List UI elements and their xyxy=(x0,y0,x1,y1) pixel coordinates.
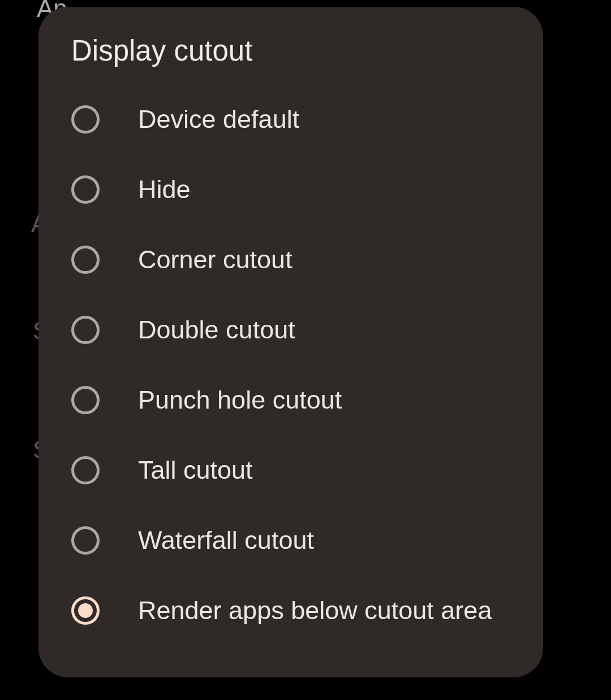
radio-option-render-apps-below-cutout[interactable]: Render apps below cutout area xyxy=(38,576,543,646)
radio-label: Render apps below cutout area xyxy=(138,596,492,625)
radio-label: Double cutout xyxy=(138,315,295,345)
radio-label: Corner cutout xyxy=(138,245,292,274)
radio-option-waterfall-cutout[interactable]: Waterfall cutout xyxy=(38,505,543,576)
radio-option-double-cutout[interactable]: Double cutout xyxy=(38,295,543,365)
radio-option-tall-cutout[interactable]: Tall cutout xyxy=(38,435,543,505)
radio-icon xyxy=(71,316,100,344)
radio-icon xyxy=(71,246,100,274)
radio-option-corner-cutout[interactable]: Corner cutout xyxy=(38,225,543,295)
dialog-title: Display cutout xyxy=(38,34,543,84)
display-cutout-dialog: Display cutout Device default Hide Corne… xyxy=(38,7,543,677)
radio-label: Punch hole cutout xyxy=(138,385,342,415)
radio-icon xyxy=(71,175,100,204)
radio-label: Waterfall cutout xyxy=(138,526,314,555)
radio-option-hide[interactable]: Hide xyxy=(38,154,543,225)
radio-label: Tall cutout xyxy=(138,456,253,485)
radio-icon xyxy=(71,105,100,134)
radio-icon xyxy=(71,456,100,484)
radio-icon xyxy=(71,526,100,555)
radio-icon-selected xyxy=(71,596,100,625)
radio-label: Hide xyxy=(138,175,191,204)
radio-option-punch-hole-cutout[interactable]: Punch hole cutout xyxy=(38,365,543,435)
radio-options-list: Device default Hide Corner cutout Double… xyxy=(38,84,543,646)
radio-option-device-default[interactable]: Device default xyxy=(38,84,543,154)
radio-icon xyxy=(71,386,100,414)
radio-label: Device default xyxy=(138,105,299,134)
